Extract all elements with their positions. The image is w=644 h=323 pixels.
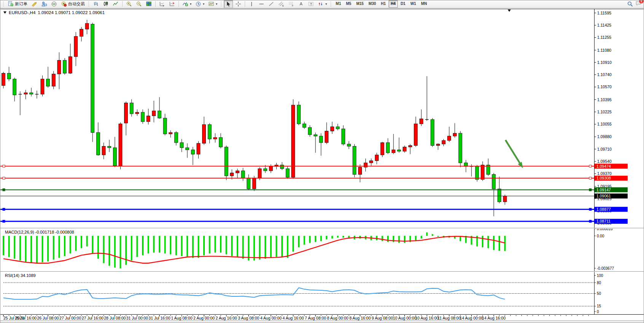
one-click-trading-toggle-icon[interactable] — [3, 11, 6, 14]
text-label-icon: T — [308, 1, 314, 7]
svg-text:E: E — [282, 5, 284, 7]
indicators-button[interactable]: ▾ — [181, 0, 193, 8]
time-label: 28 Jul 08:00 — [104, 316, 126, 320]
community-button[interactable] — [40, 0, 49, 8]
timeframe-h1[interactable]: H1 — [379, 0, 388, 8]
svg-text:0: 0 — [597, 310, 599, 314]
svg-text:A: A — [300, 2, 303, 6]
chart-shift-marker-icon — [508, 10, 511, 12]
macd-histogram — [3, 232, 506, 269]
fibonacci-tool[interactable]: F — [287, 0, 296, 8]
vertical-line-tool[interactable] — [247, 0, 256, 8]
rsi-label: RSI(14) 34.1089 — [5, 273, 36, 278]
timeframe-m15[interactable]: M15 — [354, 0, 366, 8]
line-chart-icon — [113, 1, 119, 7]
svg-text:1.11425: 1.11425 — [597, 23, 611, 27]
time-label: 14 Aug 00:00 — [460, 316, 483, 320]
time-label: 27 Jul 00:00 — [59, 316, 81, 320]
time-label: 11 Aug 08:00 — [438, 316, 461, 320]
rsi-panel[interactable]: 1008050150RSI(14) 34.1089 — [0, 272, 644, 315]
svg-text:1.09540: 1.09540 — [597, 159, 612, 164]
periods-button[interactable]: ▾ — [194, 0, 206, 8]
svg-text:15: 15 — [597, 304, 601, 308]
svg-text:1.10570: 1.10570 — [597, 84, 612, 89]
text-label-tool[interactable]: T — [306, 0, 316, 8]
vertical-line-icon — [249, 1, 255, 7]
main-price-chart[interactable]: 1.115951.114251.112551.110801.109101.107… — [0, 9, 644, 228]
svg-text:80: 80 — [597, 281, 601, 285]
dropdown-caret-icon: ▾ — [203, 2, 204, 6]
macd-label: MACD(12,26,9) -0.001718 -0.000808 — [5, 230, 74, 234]
time-label: 8 Aug 00:00 — [327, 316, 348, 320]
timeframe-m30[interactable]: M30 — [366, 0, 378, 8]
timeframe-mn[interactable]: MN — [419, 0, 429, 8]
macd-panel[interactable]: 0.0008180.00-0.003677MACD(12,26,9) -0.00… — [0, 229, 644, 271]
svg-text:50: 50 — [597, 291, 601, 296]
time-label: 7 Aug 08:00 — [305, 316, 326, 320]
notifications-button[interactable]: 1 — [635, 0, 641, 8]
svg-text:F: F — [292, 5, 293, 7]
svg-text:1.08877: 1.08877 — [596, 207, 611, 212]
timeframe-group: M1M5M15M30H1H4D1W1MN — [333, 0, 429, 8]
time-label: 4 Aug 00:00 — [260, 316, 282, 320]
line-chart-button[interactable] — [111, 0, 120, 8]
zoom-in-button[interactable] — [124, 0, 134, 8]
channel-icon: E — [278, 1, 284, 7]
fibonacci-icon: F — [288, 1, 294, 7]
svg-text:1.08711: 1.08711 — [596, 219, 611, 223]
time-label: 26 Jul 08:00 — [37, 316, 59, 320]
time-label: 31 Jul 00:00 — [126, 316, 148, 320]
equidistant-channel-tool[interactable]: E — [277, 0, 286, 8]
zoom-in-icon — [126, 1, 132, 7]
timeframe-m5[interactable]: M5 — [344, 0, 354, 8]
new-order-button[interactable]: 新订单 — [6, 0, 29, 8]
toolbar-grip — [3, 2, 5, 7]
toolbar-grip — [330, 2, 332, 7]
time-axis: 25 Jul 202325 Jul 16:0026 Jul 08:0027 Ju… — [0, 315, 644, 320]
svg-text:1.09880: 1.09880 — [597, 134, 612, 139]
candlestick-chart-button[interactable] — [101, 0, 110, 8]
time-label: 14 Aug 16:00 — [482, 316, 505, 320]
horizontal-line-tool[interactable] — [257, 0, 266, 8]
autotrading-icon — [61, 1, 67, 7]
ohlc-readout: 1.09024 1.09071 1.09022 1.09061 — [38, 10, 105, 15]
status-strip — [0, 320, 644, 323]
trendline-icon — [268, 1, 274, 7]
text-tool[interactable]: A — [296, 0, 306, 8]
candlestick-icon — [103, 1, 109, 7]
templates-button[interactable]: ▾ — [207, 0, 219, 8]
chart-shift-button[interactable] — [167, 0, 177, 8]
arrows-tool[interactable]: ▾ — [316, 0, 328, 8]
candles-layer — [2, 20, 507, 216]
search-icon[interactable] — [627, 1, 633, 7]
svg-text:0.00: 0.00 — [597, 234, 604, 238]
tile-windows-button[interactable] — [144, 0, 153, 8]
timeframe-m1[interactable]: M1 — [333, 0, 343, 8]
level-lines-layer: 1.094741.093081.091471.090611.088771.087… — [0, 164, 628, 224]
time-label: 2 Aug 16:00 — [216, 316, 237, 320]
svg-text:1.11080: 1.11080 — [597, 48, 611, 53]
trendline-tool[interactable] — [267, 0, 276, 8]
crayon-icon — [31, 1, 37, 7]
bar-chart-button[interactable] — [91, 0, 100, 8]
svg-text:-0.003677: -0.003677 — [597, 266, 614, 270]
svg-text:0.000818: 0.000818 — [597, 229, 613, 231]
time-label: 2 Aug 00:00 — [193, 316, 215, 320]
signal-icon — [51, 1, 57, 7]
cursor-icon — [225, 1, 231, 7]
time-label: 27 Jul 16:00 — [82, 316, 104, 320]
time-label: 31 Jul 16:00 — [148, 316, 170, 320]
signals-button[interactable] — [49, 0, 59, 8]
styler-button[interactable] — [30, 0, 39, 8]
svg-text:1.10740: 1.10740 — [597, 72, 612, 77]
timeframe-h4[interactable]: H4 — [389, 0, 398, 8]
autotrading-button[interactable]: 自动交易 — [59, 0, 86, 8]
dropdown-caret-icon: ▾ — [216, 2, 217, 6]
time-label: 3 Aug 08:00 — [238, 316, 259, 320]
timeframe-d1[interactable]: D1 — [398, 0, 408, 8]
horizontal-line-icon — [258, 1, 265, 7]
cursor-button[interactable] — [224, 0, 233, 8]
zoom-out-button[interactable] — [134, 0, 143, 8]
timeframe-w1[interactable]: W1 — [408, 0, 418, 8]
auto-scroll-button[interactable] — [158, 0, 167, 8]
